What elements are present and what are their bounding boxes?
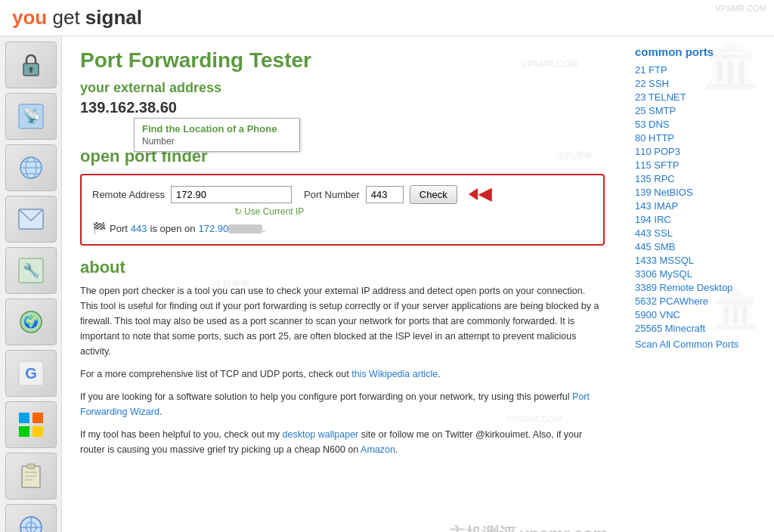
windows-icon [17, 410, 45, 439]
list-item: 139 NetBIOS [635, 187, 762, 198]
right-panel: 🏛️ 🏛️ common ports 21 FTP 22 SSH 23 TELN… [623, 36, 774, 532]
svg-rect-22 [27, 464, 35, 469]
sidebar-item-world[interactable]: 🌍 [5, 298, 57, 345]
main-content: VPSMR.COM 主机测评 主机测评 VPSMR.COM Port Forwa… [62, 36, 623, 532]
sidebar-item-tools[interactable]: 🔧 [5, 247, 57, 294]
list-item: 443 SSL [635, 227, 762, 239]
sidebar-item-network[interactable]: 📡 [5, 93, 57, 140]
list-item: 194 IRC [635, 214, 762, 225]
refresh-icon: ↻ [234, 206, 242, 217]
svg-rect-19 [19, 426, 29, 437]
about-heading: about [80, 258, 605, 277]
bg-icon-2: 🏛️ [712, 287, 759, 331]
tools-icon: 🔧 [17, 256, 45, 285]
sidebar-item-clipboard[interactable] [5, 453, 57, 500]
phone-finder-link[interactable]: Find the Location of a Phone [142, 123, 292, 135]
phone-finder-sublabel: Number [142, 136, 292, 147]
port-link[interactable]: 22 SSH [635, 78, 669, 89]
sidebar: 📡 [0, 36, 62, 532]
use-current-ip-label: Use Current IP [244, 206, 304, 217]
port-number-input[interactable] [366, 186, 404, 203]
google-icon: G [17, 359, 45, 388]
logo-you: you [12, 6, 47, 29]
about-paragraph-2: For a more comprehensive list of TCP and… [80, 367, 605, 382]
check-button[interactable]: Check [410, 185, 457, 204]
result-prefix: Port [110, 223, 128, 234]
list-item: 53 DNS [635, 119, 762, 130]
port-link[interactable]: 5632 PCAWhere [635, 295, 708, 307]
lock-icon [17, 51, 45, 79]
about-paragraph-4: If my tool has been helpful to you, chec… [80, 427, 605, 457]
svg-text:🌍: 🌍 [23, 314, 39, 329]
list-item: 445 SMB [635, 241, 762, 252]
world-icon: 🌍 [17, 308, 45, 336]
svg-text:📡: 📡 [21, 107, 40, 125]
port-checker-row: Remote Address Port Number Check ◀ [92, 184, 593, 204]
phone-finder-tooltip[interactable]: Find the Location of a Phone Number [134, 118, 300, 152]
use-current-ip-link[interactable]: ↻ Use Current IP [234, 206, 304, 217]
about-paragraph-1: The open port checker is a tool you can … [80, 283, 605, 359]
wikipedia-link[interactable]: this Wikipedia article [351, 369, 438, 379]
port-link[interactable]: 80 HTTP [635, 132, 674, 144]
external-address-label: your external address [80, 80, 605, 96]
port-link[interactable]: 21 FTP [635, 64, 667, 76]
port-link[interactable]: 443 SSL [635, 227, 673, 239]
port-link[interactable]: 25565 Minecraft [635, 323, 705, 334]
globe-icon [17, 153, 45, 182]
page-title: Port Forwarding Tester [80, 48, 605, 73]
sidebar-item-google[interactable]: G [5, 350, 57, 397]
sidebar-item-globe[interactable] [5, 144, 57, 191]
svg-text:G: G [25, 365, 37, 382]
wizard-link[interactable]: Port Forwarding Wizard [80, 391, 590, 417]
list-item: 3306 MySQL [635, 268, 762, 280]
port-link[interactable]: 3306 MySQL [635, 268, 692, 280]
logo[interactable]: you get signal [12, 6, 142, 29]
result-middle: is open on [150, 223, 196, 234]
scan-all-link[interactable]: Scan All Common Ports [635, 339, 762, 350]
svg-rect-20 [33, 426, 43, 437]
page-wrapper: 📡 [0, 36, 774, 532]
sidebar-item-browser[interactable] [5, 504, 57, 532]
port-link[interactable]: 194 IRC [635, 214, 671, 225]
svg-rect-18 [33, 413, 43, 423]
port-link[interactable]: 115 SFTP [635, 159, 680, 171]
remote-address-input[interactable] [171, 186, 292, 203]
port-link[interactable]: 23 TELNET [635, 91, 686, 103]
list-item: 25 SMTP [635, 105, 762, 116]
about-paragraph-3: If you are looking for a software soluti… [80, 389, 605, 419]
logo-signal: signal [85, 6, 142, 29]
port-link[interactable]: 143 IMAP [635, 200, 678, 212]
port-link[interactable]: 135 RPC [635, 173, 675, 184]
remote-address-label: Remote Address [92, 189, 165, 200]
wallpaper-link[interactable]: desktop wallpaper [283, 429, 359, 440]
svg-rect-2 [29, 69, 32, 73]
port-link[interactable]: 53 DNS [635, 119, 670, 130]
sidebar-item-lock[interactable] [5, 42, 57, 88]
svg-text:🔧: 🔧 [23, 262, 40, 279]
browser-icon [17, 513, 45, 532]
sidebar-item-windows[interactable] [5, 401, 57, 448]
svg-rect-21 [22, 466, 40, 487]
port-result: 🏁 Port 443 is open on 172.90. [92, 221, 593, 235]
bg-icon: 🏛️ [702, 38, 759, 91]
port-link[interactable]: 110 POP3 [635, 146, 680, 157]
result-port[interactable]: 443 [131, 223, 147, 234]
list-item: 23 TELNET [635, 91, 762, 103]
list-item: 110 POP3 [635, 146, 762, 157]
network-icon: 📡 [17, 102, 45, 131]
email-icon [17, 205, 45, 234]
sidebar-item-email[interactable] [5, 196, 57, 243]
result-ip-link[interactable]: 172.90. [199, 223, 265, 234]
port-link[interactable]: 25 SMTP [635, 105, 676, 116]
port-link[interactable]: 1433 MSSQL [635, 255, 694, 266]
svg-rect-17 [19, 413, 29, 423]
amazon-link[interactable]: Amazon [361, 444, 395, 455]
port-link[interactable]: 139 NetBIOS [635, 187, 693, 198]
list-item: 80 HTTP [635, 132, 762, 144]
port-link[interactable]: 5900 VNC [635, 309, 680, 320]
logo-get: get [52, 6, 79, 29]
header: you get signal VPSMR.COM [0, 0, 774, 36]
list-item: 1433 MSSQL [635, 255, 762, 266]
port-number-label: Port Number [304, 189, 360, 200]
port-link[interactable]: 445 SMB [635, 241, 676, 252]
